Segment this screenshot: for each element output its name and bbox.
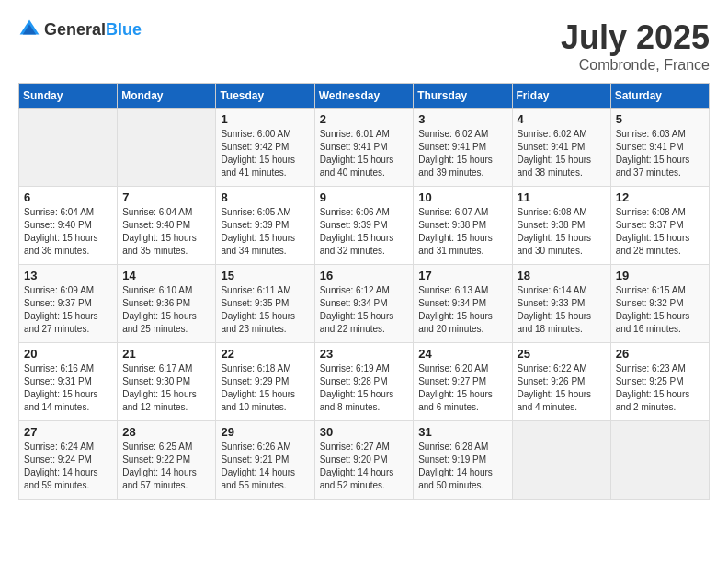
weekday-header-saturday: Saturday bbox=[610, 84, 709, 109]
day-cell bbox=[512, 421, 610, 500]
day-cell: 12Sunrise: 6:08 AMSunset: 9:37 PMDayligh… bbox=[610, 187, 709, 265]
day-info: Sunrise: 6:04 AMSunset: 9:40 PMDaylight:… bbox=[122, 206, 210, 258]
day-number: 19 bbox=[616, 269, 704, 282]
day-number: 13 bbox=[24, 269, 112, 282]
day-cell bbox=[610, 421, 709, 500]
title-block: July 2025 Combronde, France bbox=[561, 18, 710, 74]
day-info: Sunrise: 6:10 AMSunset: 9:36 PMDaylight:… bbox=[122, 284, 210, 336]
day-info: Sunrise: 6:03 AMSunset: 9:41 PMDaylight:… bbox=[616, 128, 704, 179]
month-title: July 2025 bbox=[561, 18, 710, 57]
day-number: 29 bbox=[221, 425, 309, 439]
day-cell: 21Sunrise: 6:17 AMSunset: 9:30 PMDayligh… bbox=[118, 343, 216, 421]
day-number: 20 bbox=[24, 347, 112, 361]
day-number: 15 bbox=[221, 269, 309, 282]
day-cell: 11Sunrise: 6:08 AMSunset: 9:38 PMDayligh… bbox=[512, 187, 610, 265]
week-row-4: 27Sunrise: 6:24 AMSunset: 9:24 PMDayligh… bbox=[19, 421, 710, 500]
day-cell: 9Sunrise: 6:06 AMSunset: 9:39 PMDaylight… bbox=[314, 187, 414, 265]
day-cell bbox=[118, 109, 216, 187]
day-number: 23 bbox=[320, 347, 409, 361]
day-number: 17 bbox=[418, 269, 506, 282]
day-number: 8 bbox=[221, 190, 309, 204]
logo-general: General bbox=[44, 20, 106, 39]
day-info: Sunrise: 6:22 AMSunset: 9:26 PMDaylight:… bbox=[518, 362, 606, 414]
day-number: 30 bbox=[320, 425, 409, 439]
day-info: Sunrise: 6:23 AMSunset: 9:25 PMDaylight:… bbox=[616, 362, 704, 414]
day-number: 12 bbox=[616, 190, 704, 204]
day-cell: 14Sunrise: 6:10 AMSunset: 9:36 PMDayligh… bbox=[118, 265, 216, 343]
day-info: Sunrise: 6:17 AMSunset: 9:30 PMDaylight:… bbox=[122, 362, 210, 414]
day-info: Sunrise: 6:27 AMSunset: 9:20 PMDaylight:… bbox=[320, 441, 409, 492]
day-cell: 28Sunrise: 6:25 AMSunset: 9:22 PMDayligh… bbox=[118, 421, 216, 500]
day-cell: 17Sunrise: 6:13 AMSunset: 9:34 PMDayligh… bbox=[414, 265, 512, 343]
day-number: 7 bbox=[122, 190, 210, 204]
day-cell: 31Sunrise: 6:28 AMSunset: 9:19 PMDayligh… bbox=[414, 421, 512, 500]
day-cell: 24Sunrise: 6:20 AMSunset: 9:27 PMDayligh… bbox=[414, 343, 512, 421]
weekday-header-thursday: Thursday bbox=[414, 84, 512, 109]
day-info: Sunrise: 6:04 AMSunset: 9:40 PMDaylight:… bbox=[24, 206, 112, 258]
day-cell: 25Sunrise: 6:22 AMSunset: 9:26 PMDayligh… bbox=[512, 343, 610, 421]
day-cell: 1Sunrise: 6:00 AMSunset: 9:42 PMDaylight… bbox=[216, 109, 314, 187]
day-cell: 6Sunrise: 6:04 AMSunset: 9:40 PMDaylight… bbox=[19, 187, 118, 265]
weekday-header-row: SundayMondayTuesdayWednesdayThursdayFrid… bbox=[19, 84, 710, 109]
day-number: 11 bbox=[518, 190, 606, 204]
location-title: Combronde, France bbox=[561, 57, 710, 74]
day-number: 31 bbox=[418, 425, 506, 439]
day-info: Sunrise: 6:15 AMSunset: 9:32 PMDaylight:… bbox=[616, 284, 704, 336]
day-info: Sunrise: 6:18 AMSunset: 9:29 PMDaylight:… bbox=[221, 362, 309, 414]
day-info: Sunrise: 6:20 AMSunset: 9:27 PMDaylight:… bbox=[418, 362, 506, 414]
day-number: 1 bbox=[221, 112, 309, 126]
day-number: 5 bbox=[616, 112, 704, 126]
weekday-header-sunday: Sunday bbox=[19, 84, 118, 109]
logo-icon bbox=[18, 18, 40, 40]
day-cell: 20Sunrise: 6:16 AMSunset: 9:31 PMDayligh… bbox=[19, 343, 118, 421]
weekday-header-monday: Monday bbox=[118, 84, 216, 109]
day-info: Sunrise: 6:24 AMSunset: 9:24 PMDaylight:… bbox=[24, 441, 112, 492]
day-number: 10 bbox=[418, 190, 506, 204]
day-number: 3 bbox=[418, 112, 506, 126]
week-row-0: 1Sunrise: 6:00 AMSunset: 9:42 PMDaylight… bbox=[19, 109, 710, 187]
day-number: 24 bbox=[418, 347, 506, 361]
day-number: 25 bbox=[518, 347, 606, 361]
day-number: 14 bbox=[122, 269, 210, 282]
day-info: Sunrise: 6:25 AMSunset: 9:22 PMDaylight:… bbox=[122, 441, 210, 492]
day-number: 22 bbox=[221, 347, 309, 361]
day-cell: 13Sunrise: 6:09 AMSunset: 9:37 PMDayligh… bbox=[19, 265, 118, 343]
day-number: 27 bbox=[24, 425, 112, 439]
day-number: 6 bbox=[24, 190, 112, 204]
day-info: Sunrise: 6:26 AMSunset: 9:21 PMDaylight:… bbox=[221, 441, 309, 492]
day-info: Sunrise: 6:14 AMSunset: 9:33 PMDaylight:… bbox=[518, 284, 606, 336]
day-cell: 2Sunrise: 6:01 AMSunset: 9:41 PMDaylight… bbox=[314, 109, 414, 187]
day-number: 4 bbox=[518, 112, 606, 126]
day-number: 26 bbox=[616, 347, 704, 361]
day-info: Sunrise: 6:28 AMSunset: 9:19 PMDaylight:… bbox=[418, 441, 506, 492]
weekday-header-friday: Friday bbox=[512, 84, 610, 109]
day-number: 16 bbox=[320, 269, 409, 282]
day-info: Sunrise: 6:19 AMSunset: 9:28 PMDaylight:… bbox=[320, 362, 409, 414]
day-info: Sunrise: 6:08 AMSunset: 9:38 PMDaylight:… bbox=[518, 206, 606, 258]
day-cell: 27Sunrise: 6:24 AMSunset: 9:24 PMDayligh… bbox=[19, 421, 118, 500]
day-number: 21 bbox=[122, 347, 210, 361]
logo: GeneralBlue bbox=[18, 18, 142, 40]
day-cell: 4Sunrise: 6:02 AMSunset: 9:41 PMDaylight… bbox=[512, 109, 610, 187]
day-number: 28 bbox=[122, 425, 210, 439]
day-cell bbox=[19, 109, 118, 187]
day-cell: 5Sunrise: 6:03 AMSunset: 9:41 PMDaylight… bbox=[610, 109, 709, 187]
day-info: Sunrise: 6:13 AMSunset: 9:34 PMDaylight:… bbox=[418, 284, 506, 336]
weekday-header-wednesday: Wednesday bbox=[314, 84, 414, 109]
day-cell: 23Sunrise: 6:19 AMSunset: 9:28 PMDayligh… bbox=[314, 343, 414, 421]
day-number: 9 bbox=[320, 190, 409, 204]
week-row-2: 13Sunrise: 6:09 AMSunset: 9:37 PMDayligh… bbox=[19, 265, 710, 343]
calendar-table: SundayMondayTuesdayWednesdayThursdayFrid… bbox=[18, 83, 710, 500]
day-info: Sunrise: 6:07 AMSunset: 9:38 PMDaylight:… bbox=[418, 206, 506, 258]
day-info: Sunrise: 6:06 AMSunset: 9:39 PMDaylight:… bbox=[320, 206, 409, 258]
day-cell: 7Sunrise: 6:04 AMSunset: 9:40 PMDaylight… bbox=[118, 187, 216, 265]
day-cell: 29Sunrise: 6:26 AMSunset: 9:21 PMDayligh… bbox=[216, 421, 314, 500]
day-info: Sunrise: 6:02 AMSunset: 9:41 PMDaylight:… bbox=[418, 128, 506, 179]
day-info: Sunrise: 6:00 AMSunset: 9:42 PMDaylight:… bbox=[221, 128, 309, 179]
week-row-3: 20Sunrise: 6:16 AMSunset: 9:31 PMDayligh… bbox=[19, 343, 710, 421]
day-info: Sunrise: 6:12 AMSunset: 9:34 PMDaylight:… bbox=[320, 284, 409, 336]
day-info: Sunrise: 6:05 AMSunset: 9:39 PMDaylight:… bbox=[221, 206, 309, 258]
day-info: Sunrise: 6:09 AMSunset: 9:37 PMDaylight:… bbox=[24, 284, 112, 336]
week-row-1: 6Sunrise: 6:04 AMSunset: 9:40 PMDaylight… bbox=[19, 187, 710, 265]
day-cell: 15Sunrise: 6:11 AMSunset: 9:35 PMDayligh… bbox=[216, 265, 314, 343]
